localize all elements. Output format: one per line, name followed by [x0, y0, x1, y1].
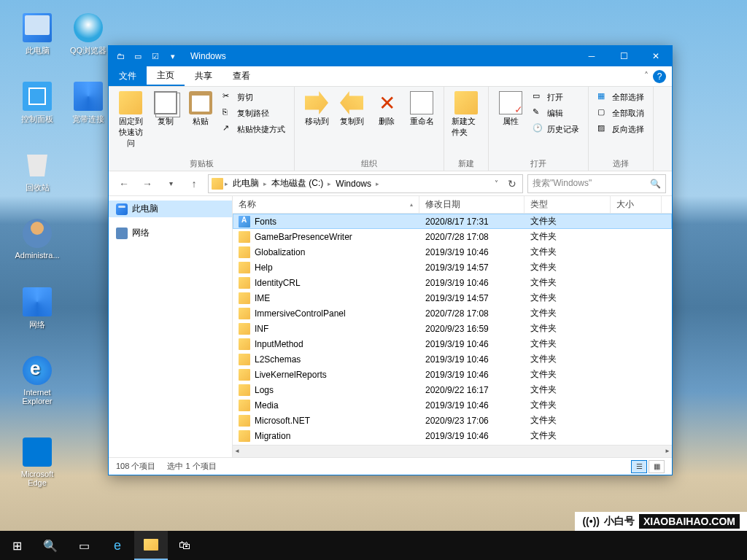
taskbar[interactable]: ⊞ 🔍 ▭ e 🛍 — [0, 531, 747, 560]
rename-button[interactable]: 重命名 — [406, 90, 438, 128]
copy-path-button[interactable]: ⎘复制路径 — [220, 106, 288, 120]
file-row[interactable]: Logs2020/9/22 16:17文件夹 — [233, 382, 672, 397]
file-row[interactable]: L2Schemas2019/3/19 10:46文件夹 — [233, 351, 672, 367]
app-icon — [23, 438, 52, 467]
desktop-icon[interactable]: Microsoft Edge — [12, 438, 63, 487]
nav-this-pc[interactable]: 此电脑 — [109, 201, 232, 217]
file-row[interactable]: Help2019/3/19 14:57文件夹 — [233, 260, 672, 275]
history-button[interactable]: 🕑历史记录 — [530, 122, 582, 136]
search-input[interactable]: 搜索"Windows" 🔍 — [527, 174, 666, 193]
app-icon — [74, 13, 103, 42]
folder-icon — [239, 354, 250, 365]
horizontal-scrollbar[interactable] — [233, 445, 672, 457]
qat-new-icon[interactable]: ☑ — [148, 49, 163, 63]
file-row[interactable]: IME2019/3/19 14:57文件夹 — [233, 290, 672, 306]
folder-icon — [239, 292, 250, 304]
tab-file[interactable]: 文件 — [109, 66, 147, 86]
folder-icon — [239, 231, 250, 243]
breadcrumb-segment[interactable]: 此电脑 — [230, 177, 262, 190]
icons-view-button[interactable]: ▦ — [649, 460, 665, 473]
properties-icon — [499, 91, 522, 114]
select-all-button[interactable]: ▦全部选择 — [595, 90, 647, 104]
breadcrumb-segment[interactable]: Windows — [333, 179, 374, 189]
ribbon-collapse-button[interactable]: ˄ — [644, 71, 649, 81]
file-row[interactable]: ImmersiveControlPanel2020/7/28 17:08文件夹 — [233, 306, 672, 321]
file-row[interactable]: INF2020/9/23 16:59文件夹 — [233, 321, 672, 336]
maximize-button[interactable]: ☐ — [608, 46, 640, 66]
search-button[interactable]: 🔍 — [34, 531, 67, 560]
recent-locations-button[interactable]: ▾ — [161, 174, 180, 193]
refresh-button[interactable]: ↻ — [505, 176, 519, 191]
column-modified[interactable]: 修改日期 — [419, 196, 525, 213]
edit-button[interactable]: ✎编辑 — [530, 106, 582, 120]
desktop-icon[interactable]: 宽带连接 — [63, 82, 114, 125]
file-row[interactable]: Microsoft.NET2020/9/23 17:06文件夹 — [233, 413, 672, 428]
app-icon — [23, 13, 52, 42]
desktop-icon[interactable]: Administra... — [12, 219, 63, 260]
desktop-icon[interactable]: QQ浏览器 — [63, 13, 114, 56]
titlebar[interactable]: 🗀 ▭ ☑ ▾ Windows ─ ☐ ✕ — [109, 46, 672, 66]
nav-network[interactable]: 网络 — [109, 225, 232, 241]
path-icon: ⎘ — [222, 107, 234, 119]
app-icon — [74, 82, 103, 111]
column-type[interactable]: 类型 — [525, 196, 611, 213]
file-row[interactable]: LiveKernelReports2019/3/19 10:46文件夹 — [233, 367, 672, 382]
taskbar-explorer[interactable] — [134, 531, 168, 560]
paste-button[interactable]: 粘贴 — [185, 90, 217, 128]
file-row[interactable]: GameBarPresenceWriter2020/7/28 17:08文件夹 — [233, 229, 672, 244]
taskbar-edge[interactable]: e — [101, 531, 134, 560]
properties-button[interactable]: 属性 — [495, 90, 527, 128]
breadcrumb-segment[interactable]: 本地磁盘 (C:) — [268, 177, 326, 190]
breadcrumb[interactable]: ▸ 此电脑▸ 本地磁盘 (C:)▸ Windows▸ ˅ ↻ — [208, 174, 523, 193]
file-row[interactable]: InputMethod2019/3/19 10:46文件夹 — [233, 336, 672, 351]
file-row[interactable]: Fonts2020/8/17 17:31文件夹 — [233, 214, 672, 229]
qat-props-icon[interactable]: ▭ — [131, 49, 145, 63]
help-button[interactable]: ? — [653, 70, 666, 83]
file-row[interactable]: Migration2019/3/19 10:46文件夹 — [233, 428, 672, 443]
close-button[interactable]: ✕ — [640, 46, 672, 66]
app-icon — [23, 287, 52, 316]
taskbar-store[interactable]: 🛍 — [168, 531, 201, 560]
breadcrumb-dropdown[interactable]: ˅ — [489, 176, 503, 191]
desktop-icon[interactable]: Internet Explorer — [12, 356, 63, 405]
app-icon — [23, 356, 52, 385]
cut-button[interactable]: ✂剪切 — [220, 90, 288, 104]
tab-view[interactable]: 查看 — [222, 66, 260, 86]
file-row[interactable]: IdentityCRL2019/3/19 10:46文件夹 — [233, 275, 672, 290]
column-headers[interactable]: 名称▴ 修改日期 类型 大小 — [233, 196, 672, 214]
desktop-icon[interactable]: 回收站 — [12, 150, 63, 193]
file-row[interactable]: Globalization2019/3/19 10:46文件夹 — [233, 244, 672, 260]
tab-home[interactable]: 主页 — [147, 66, 185, 86]
select-none-button[interactable]: ▢全部取消 — [595, 106, 647, 120]
invert-selection-button[interactable]: ▨反向选择 — [595, 122, 647, 136]
column-size[interactable]: 大小 — [611, 196, 662, 213]
status-bar: 108 个项目 选中 1 个项目 ☰ ▦ — [109, 457, 672, 475]
open-button[interactable]: ▭打开 — [530, 90, 582, 104]
copy-button[interactable]: 复制 — [150, 90, 182, 128]
file-list[interactable]: Fonts2020/8/17 17:31文件夹GameBarPresenceWr… — [233, 214, 672, 445]
file-row[interactable]: Media2019/3/19 10:46文件夹 — [233, 397, 672, 413]
minimize-button[interactable]: ─ — [576, 46, 608, 66]
navigation-pane[interactable]: 此电脑 网络 — [109, 196, 233, 457]
details-view-button[interactable]: ☰ — [631, 460, 647, 473]
desktop-icon[interactable]: 控制面板 — [12, 82, 63, 125]
delete-button[interactable]: ✕删除 — [371, 90, 403, 128]
back-button[interactable]: ← — [115, 174, 133, 193]
new-folder-button[interactable]: 新建文件夹 — [450, 90, 482, 139]
desktop-icon[interactable]: 此电脑 — [12, 13, 63, 56]
column-name[interactable]: 名称▴ — [233, 196, 419, 213]
shortcut-icon: ↗ — [222, 123, 234, 135]
qat-dropdown-icon[interactable]: ▾ — [166, 49, 180, 63]
folder-icon — [239, 216, 250, 228]
task-view-button[interactable]: ▭ — [67, 531, 101, 560]
copy-to-button[interactable]: 复制到 — [336, 90, 368, 128]
forward-button[interactable]: → — [138, 174, 157, 193]
up-button[interactable]: ↑ — [185, 174, 204, 193]
tab-share[interactable]: 共享 — [185, 66, 222, 86]
pin-to-quick-access-button[interactable]: 固定到快速访问 — [115, 90, 147, 150]
move-to-button[interactable]: 移动到 — [301, 90, 333, 128]
paste-shortcut-button[interactable]: ↗粘贴快捷方式 — [220, 122, 288, 136]
desktop-icon[interactable]: 网络 — [12, 287, 63, 330]
start-button[interactable]: ⊞ — [0, 531, 34, 560]
rename-icon — [410, 91, 433, 114]
